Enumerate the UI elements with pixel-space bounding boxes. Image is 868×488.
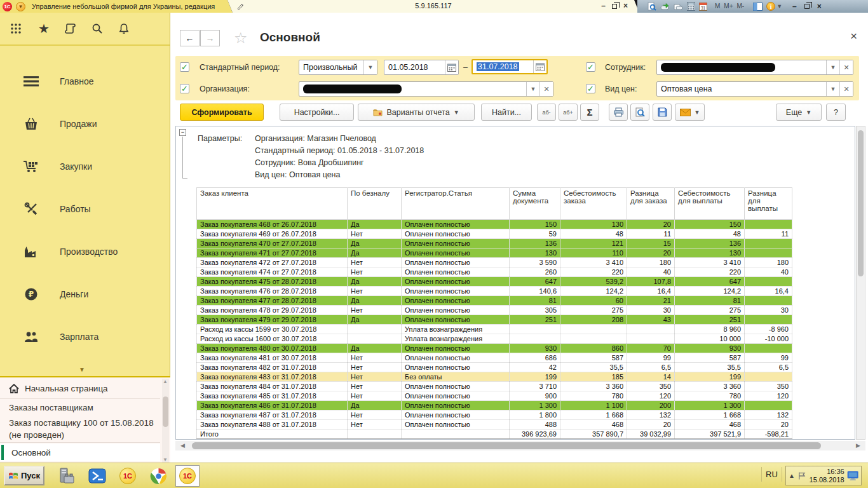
clear-icon[interactable]: ✕ [839, 60, 853, 74]
period-checkbox[interactable]: ✓ [180, 62, 189, 72]
info-menu[interactable]: i ▼ [766, 2, 782, 11]
sidebar-item-main[interactable]: Главное [0, 60, 170, 102]
nav-home[interactable]: Начальная страница [0, 380, 160, 396]
clear-icon[interactable]: ✕ [539, 82, 553, 96]
table-row[interactable]: Заказ покупателя 479 от 29.07.2018ДаОпла… [197, 315, 792, 325]
tab-close-button[interactable]: × [623, 1, 628, 10]
table-row[interactable]: Заказ покупателя 478 от 29.07.2018НетОпл… [197, 306, 792, 315]
scroll-left-icon[interactable]: ◀ [180, 442, 185, 449]
memory-minus-button[interactable]: M- [737, 3, 745, 10]
calendar-icon[interactable] [533, 60, 546, 73]
flag-icon[interactable] [797, 471, 807, 480]
date-from-field[interactable]: 01.05.2018 [384, 60, 459, 75]
sum-button[interactable]: Σ [580, 104, 599, 121]
session-tab[interactable]: 5.9.165.117 – × [227, 0, 639, 13]
table-row[interactable]: Заказ покупателя 480 от 30.07.2018ДаОпла… [197, 344, 792, 353]
taskbar-chrome-icon[interactable] [146, 465, 170, 487]
date-to-field[interactable]: 31.07.2018 [471, 59, 548, 74]
memory-recall-button[interactable]: M [715, 3, 720, 10]
report-variants-button[interactable]: Варианты отчета▼ [358, 104, 475, 121]
start-button[interactable]: Пуск [4, 466, 44, 485]
language-indicator[interactable]: RU [761, 467, 782, 482]
column-header[interactable]: Себестоимость для выплаты [675, 188, 745, 220]
column-header[interactable]: Сумма документа [510, 188, 560, 220]
taskbar-powershell-icon[interactable] [85, 465, 109, 487]
expand-groups-button[interactable]: аб+ [559, 104, 578, 121]
goto-link-icon[interactable] [660, 3, 670, 11]
search-icon[interactable] [92, 23, 103, 34]
column-header[interactable]: Разница для заказа [627, 188, 675, 220]
dropdown-icon[interactable]: ▼ [526, 82, 539, 96]
forward-button[interactable]: → [200, 30, 220, 46]
table-row[interactable]: Заказ покупателя 472 от 27.07.2018НетОпл… [197, 258, 792, 268]
table-row[interactable]: Заказ покупателя 470 от 27.07.2018ДаОпла… [197, 239, 792, 248]
table-row[interactable]: Расход из кассы 1599 от 30.07.2018Уплата… [197, 325, 792, 334]
taskbar-server-manager-icon[interactable] [55, 465, 79, 487]
monitor-icon[interactable] [847, 470, 858, 481]
find-button[interactable]: Найти... [481, 104, 532, 121]
collapse-groups-button[interactable]: аб- [537, 104, 556, 121]
price-type-checkbox[interactable]: ✓ [586, 84, 595, 93]
nav-item-supplier-orders[interactable]: Заказы поставщикам [0, 400, 160, 415]
apps-grid-icon[interactable] [10, 22, 23, 35]
nav-item-supplier-order-100[interactable]: Заказ поставщику 100 от 15.08.2018 (не п… [0, 417, 160, 441]
organization-field[interactable]: ▼ ✕ [299, 81, 553, 97]
close-report-button[interactable]: × [850, 29, 857, 43]
table-row[interactable]: Заказ покупателя 469 от 26.07.2018НетОпл… [197, 229, 792, 239]
sidebar-item-jobs[interactable]: Работы [0, 187, 170, 230]
table-row[interactable]: Заказ покупателя 488 от 31.07.2018НетОпл… [197, 420, 792, 430]
sidebar-collapse-arrow-icon[interactable]: ▼ [79, 366, 85, 373]
tray-expand-icon[interactable]: ▲ [789, 472, 795, 479]
column-header[interactable]: По безналу [348, 188, 402, 220]
sidebar-item-purchases[interactable]: Закупки [0, 145, 170, 187]
main-menu-dropdown-icon[interactable]: ▼ [16, 2, 25, 11]
scrollbar-thumb[interactable] [858, 130, 864, 276]
table-row[interactable]: Заказ покупателя 482 от 31.07.2018НетОпл… [197, 363, 792, 372]
back-button[interactable]: ← [180, 30, 200, 46]
notifications-bell-icon[interactable] [118, 23, 130, 34]
organization-checkbox[interactable]: ✓ [180, 84, 189, 93]
clear-icon[interactable]: ✕ [839, 82, 853, 96]
window-minimize-button[interactable]: – [792, 2, 797, 11]
panel-split-icon[interactable] [753, 3, 763, 11]
taskbar-1c-active-icon[interactable]: 1С [175, 465, 200, 487]
dropdown-icon[interactable]: ▼ [826, 82, 839, 96]
scroll-right-icon[interactable]: ▶ [856, 442, 860, 449]
settings-button[interactable]: Настройки... [280, 104, 354, 121]
table-row[interactable]: Заказ покупателя 486 от 31.07.2018ДаОпла… [197, 401, 792, 410]
search-icon[interactable] [648, 2, 656, 11]
table-row[interactable]: Заказ покупателя 475 от 28.07.2018ДаОпла… [197, 277, 792, 287]
taskbar-1c-icon[interactable]: 1С [116, 465, 140, 487]
print-preview-button[interactable] [630, 104, 649, 121]
help-button[interactable]: ? [826, 104, 846, 121]
save-button[interactable] [653, 104, 672, 121]
calendar-icon[interactable]: 31 [699, 2, 707, 11]
table-row[interactable]: Заказ покупателя 481 от 30.07.2018НетОпл… [197, 353, 792, 363]
generate-button[interactable]: Сформировать [180, 104, 264, 121]
sidebar-item-payroll[interactable]: Зарплата [0, 315, 170, 358]
sidebar-item-sales[interactable]: Продажи [0, 102, 170, 145]
table-row[interactable]: Заказ покупателя 471 от 27.07.2018ДаОпла… [197, 248, 792, 258]
favorites-star-icon[interactable]: ★ [38, 22, 50, 35]
memory-plus-button[interactable]: M+ [724, 3, 733, 10]
column-header[interactable]: Себестоимость заказа [560, 188, 627, 220]
sidebar-item-money[interactable]: ₽ Деньги [0, 273, 170, 315]
collapse-group-icon[interactable]: − [179, 129, 186, 136]
window-close-button[interactable]: × [817, 2, 822, 11]
calendar-icon[interactable] [445, 60, 458, 74]
table-row[interactable]: Заказ покупателя 468 от 26.07.2018ДаОпла… [197, 220, 792, 229]
send-email-button[interactable]: ▼ [675, 104, 705, 121]
table-row[interactable]: Расход из кассы 1600 от 30.07.2018Уплата… [197, 334, 792, 344]
table-row[interactable]: Заказ покупателя 484 от 31.07.2018НетОпл… [197, 382, 792, 391]
period-type-select[interactable]: Произвольный ▼ [299, 60, 377, 75]
clock[interactable]: 16:36 15.08.2018 [810, 468, 844, 484]
print-button[interactable] [609, 104, 628, 121]
column-header[interactable]: Регистратор.Статья [402, 188, 510, 220]
app-tab[interactable]: 1С ▼ Управление небольшой фирмой для Укр… [0, 0, 233, 13]
nav-scrollbar[interactable]: ▲ ▼ [162, 379, 169, 463]
dropdown-icon[interactable]: ▼ [363, 60, 377, 74]
table-row[interactable]: Заказ покупателя 477 от 28.07.2018ДаОпла… [197, 296, 792, 306]
tab-restore-button[interactable] [612, 4, 617, 9]
scrollbar-thumb[interactable] [192, 442, 821, 449]
employee-checkbox[interactable]: ✓ [586, 62, 595, 72]
